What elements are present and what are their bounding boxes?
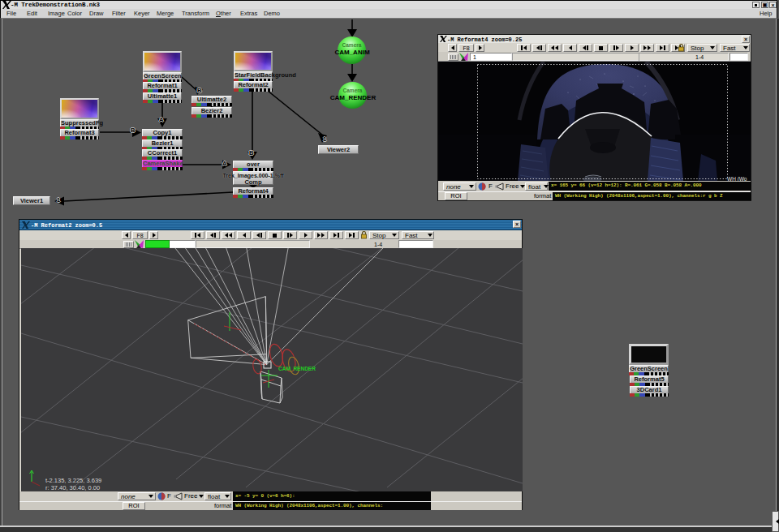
svg-text:r: 37.40, 30.40, 0.00: r: 37.40, 30.40, 0.00: [45, 484, 100, 491]
svg-text:CAM_RENDER: CAM_RENDER: [278, 366, 316, 371]
svg-text:t-2.135, 3.225, 3.639: t-2.135, 3.225, 3.639: [45, 477, 101, 484]
